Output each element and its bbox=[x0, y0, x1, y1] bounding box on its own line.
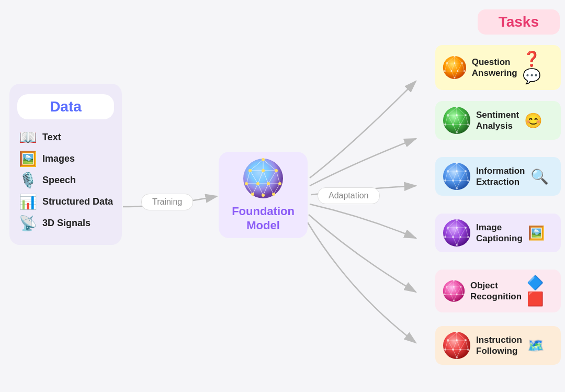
training-label: Training bbox=[141, 194, 193, 210]
svg-point-31 bbox=[262, 194, 265, 197]
svg-point-80 bbox=[444, 124, 446, 126]
qa-sphere-icon bbox=[443, 53, 467, 82]
instruction-icon: 🗺️ bbox=[527, 338, 544, 354]
svg-point-103 bbox=[447, 170, 449, 172]
svg-point-186 bbox=[459, 349, 461, 351]
adaptation-label: Adaptation bbox=[318, 187, 380, 204]
data-item-3d-label: 3D Signals bbox=[42, 218, 91, 229]
data-title-box: Data bbox=[17, 94, 114, 119]
task-card-object: Object Recognition 🔷🟥 bbox=[435, 270, 561, 312]
qa-task-text: Question Answering bbox=[472, 57, 517, 79]
svg-point-134 bbox=[459, 236, 461, 238]
qa-icon: ❓💬 bbox=[523, 50, 553, 85]
svg-point-162 bbox=[453, 300, 455, 301]
svg-point-135 bbox=[467, 236, 469, 238]
svg-point-77 bbox=[447, 114, 449, 116]
data-item-structured-label: Structured Data bbox=[42, 196, 113, 207]
caption-label: Image Captioning bbox=[476, 222, 523, 243]
object-sphere-icon bbox=[443, 277, 465, 305]
training-text: Training bbox=[152, 197, 182, 206]
svg-point-131 bbox=[465, 227, 467, 229]
svg-point-136 bbox=[456, 244, 458, 246]
foundation-sphere-icon bbox=[242, 158, 284, 199]
3d-icon: 📡 bbox=[17, 215, 38, 232]
svg-point-54 bbox=[444, 70, 446, 72]
svg-point-51 bbox=[446, 62, 448, 64]
svg-point-30 bbox=[251, 193, 254, 196]
adaptation-text: Adaptation bbox=[329, 191, 369, 200]
svg-point-81 bbox=[452, 124, 454, 126]
object-label: Object Recognition bbox=[470, 281, 522, 301]
svg-point-53 bbox=[461, 62, 463, 64]
sentiment-sphere-icon bbox=[443, 106, 471, 135]
svg-point-133 bbox=[452, 236, 454, 238]
svg-point-109 bbox=[467, 180, 469, 182]
svg-point-106 bbox=[444, 180, 446, 182]
sentiment-label: Sentiment Analysis bbox=[476, 110, 519, 131]
data-item-text-label: Text bbox=[42, 132, 61, 143]
svg-point-182 bbox=[456, 339, 458, 341]
instruction-sphere-icon bbox=[443, 331, 471, 360]
svg-point-107 bbox=[452, 180, 454, 182]
svg-point-83 bbox=[467, 124, 469, 126]
svg-point-188 bbox=[456, 356, 458, 359]
instruction-label: Instruction Following bbox=[476, 335, 522, 356]
task-card-caption: Image Captioning 🖼️ bbox=[435, 214, 561, 252]
svg-point-28 bbox=[267, 182, 270, 185]
foundation-model-box: Foundation Model bbox=[219, 152, 308, 238]
caption-task-text: Image Captioning bbox=[476, 222, 523, 244]
data-item-speech: 🎙️ Speech bbox=[17, 172, 114, 189]
svg-point-58 bbox=[454, 77, 455, 79]
svg-point-26 bbox=[245, 182, 248, 185]
svg-point-181 bbox=[447, 339, 449, 341]
object-task-text: Object Recognition bbox=[470, 280, 522, 303]
svg-point-132 bbox=[444, 236, 446, 238]
data-panel: Data 📖 Text 🖼️ Images 🎙️ Speech 📊 Struct… bbox=[9, 84, 122, 245]
svg-point-187 bbox=[467, 349, 469, 351]
svg-point-105 bbox=[465, 170, 467, 172]
task-card-info: Information Extraction 🔍 bbox=[435, 157, 561, 196]
info-task-text: Information Extraction bbox=[476, 165, 525, 188]
svg-point-78 bbox=[456, 114, 458, 116]
qa-label: Question Answering bbox=[472, 57, 517, 78]
images-icon: 🖼️ bbox=[17, 150, 38, 167]
svg-point-154 bbox=[453, 280, 455, 282]
svg-point-29 bbox=[278, 182, 281, 185]
svg-point-156 bbox=[453, 286, 455, 287]
svg-point-157 bbox=[460, 286, 461, 287]
instruction-task-text: Instruction Following bbox=[476, 334, 522, 357]
info-sphere-icon bbox=[443, 162, 471, 191]
svg-point-22 bbox=[262, 158, 265, 161]
svg-point-184 bbox=[444, 349, 446, 351]
task-card-qa: Question Answering ❓💬 bbox=[435, 45, 561, 90]
info-label: Information Extraction bbox=[476, 166, 525, 187]
tasks-title-box: Tasks bbox=[478, 9, 560, 35]
svg-point-27 bbox=[256, 182, 259, 185]
svg-point-130 bbox=[456, 227, 458, 229]
tasks-title: Tasks bbox=[499, 14, 539, 30]
svg-point-76 bbox=[456, 106, 458, 108]
svg-point-104 bbox=[456, 170, 458, 172]
speech-icon: 🎙️ bbox=[17, 172, 38, 189]
svg-point-56 bbox=[457, 70, 458, 72]
svg-point-110 bbox=[456, 187, 458, 189]
foundation-title: Foundation Model bbox=[232, 205, 295, 232]
svg-point-57 bbox=[464, 70, 465, 72]
data-items: 📖 Text 🖼️ Images 🎙️ Speech 📊 Structured … bbox=[17, 129, 114, 232]
data-item-images-label: Images bbox=[42, 153, 75, 164]
svg-point-55 bbox=[450, 70, 452, 72]
task-card-sentiment: Sentiment Analysis 😊 bbox=[435, 101, 561, 140]
task-card-instruction: Instruction Following 🗺️ bbox=[435, 326, 561, 365]
info-icon: 🔍 bbox=[530, 168, 549, 185]
data-item-speech-label: Speech bbox=[42, 175, 76, 186]
svg-point-158 bbox=[444, 294, 445, 295]
caption-icon: 🖼️ bbox=[528, 225, 545, 241]
svg-point-50 bbox=[454, 55, 455, 57]
sentiment-icon: 😊 bbox=[524, 112, 543, 129]
structured-icon: 📊 bbox=[17, 193, 38, 210]
svg-point-23 bbox=[248, 169, 252, 172]
svg-point-52 bbox=[454, 62, 455, 64]
text-icon: 📖 bbox=[17, 129, 38, 146]
svg-point-180 bbox=[456, 331, 458, 333]
svg-point-160 bbox=[456, 294, 457, 295]
